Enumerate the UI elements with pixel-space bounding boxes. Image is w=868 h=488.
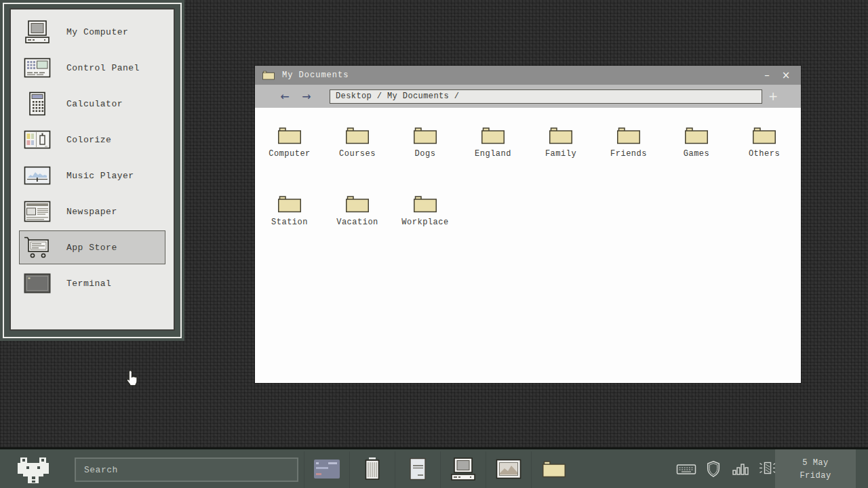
folder-courses[interactable]: Courses — [323, 125, 391, 159]
folder-games[interactable]: Games — [663, 125, 730, 159]
folder-label: Others — [749, 149, 780, 159]
menu-item-label: Control Panel — [66, 63, 140, 73]
menu-item-label: Newspaper — [66, 207, 117, 217]
window-titlebar[interactable]: My Documents – × — [255, 66, 801, 85]
dock-card-icon[interactable] — [304, 451, 349, 488]
folder-station[interactable]: Station — [256, 194, 323, 227]
start-menu: My ComputerControl PanelCalculatorColori… — [9, 8, 175, 331]
menu-item-my-computer[interactable]: My Computer — [19, 15, 165, 49]
picture-icon — [496, 459, 521, 483]
menu-item-label: Colorize — [66, 135, 111, 145]
keyboard-icon — [676, 462, 696, 479]
music-player-icon — [22, 166, 52, 185]
folder-family[interactable]: Family — [527, 125, 595, 159]
folder-label: Dogs — [415, 149, 436, 159]
folder-england[interactable]: England — [459, 125, 527, 159]
folder-icon — [277, 194, 302, 214]
folder-icon — [412, 194, 438, 214]
app-store-icon — [22, 235, 52, 260]
folder-vacation[interactable]: Vacation — [323, 194, 391, 227]
folder-icon — [344, 125, 370, 146]
folder-grid: ComputerCoursesDogsEnglandFamilyFriendsG… — [255, 125, 801, 227]
menu-item-music-player[interactable]: Music Player — [19, 159, 165, 192]
control-panel-icon — [22, 58, 52, 78]
hand-cursor — [125, 369, 140, 390]
menu-item-calculator[interactable]: Calculator — [19, 87, 165, 121]
menu-item-terminal[interactable]: Terminal — [19, 266, 165, 300]
signal-icon — [732, 462, 749, 480]
folder-others[interactable]: Others — [730, 125, 798, 159]
folder-icon — [277, 125, 302, 146]
card-icon — [313, 459, 340, 483]
tray-signal-icon[interactable] — [730, 462, 751, 480]
window-title: My Documents — [282, 70, 349, 80]
folder-label: Friends — [610, 149, 647, 159]
desktop: My ComputerControl PanelCalculatorColori… — [0, 0, 868, 488]
shield-icon — [706, 460, 721, 481]
menu-item-label: Music Player — [66, 171, 134, 181]
taskbar: 5 May Friday — [0, 447, 868, 488]
menu-item-label: Terminal — [66, 279, 111, 289]
terminal-icon — [22, 273, 52, 293]
date-weekday: Friday — [800, 470, 831, 483]
folder-icon — [412, 125, 438, 146]
folder-friends[interactable]: Friends — [595, 125, 663, 159]
newspaper-icon — [22, 201, 52, 222]
address-bar[interactable] — [330, 89, 762, 104]
folder-icon — [480, 125, 506, 146]
phone-icon — [757, 461, 778, 481]
back-button[interactable]: ← — [274, 90, 296, 103]
notebook-icon — [408, 457, 427, 485]
folder-icon — [548, 125, 574, 146]
my-documents-window: My Documents – × ← → + ComputerCoursesDo… — [255, 66, 801, 383]
trash-icon — [363, 457, 381, 485]
minimize-button[interactable]: – — [757, 66, 776, 85]
my-computer-icon — [22, 20, 52, 44]
folder-label: Games — [684, 149, 710, 159]
close-button[interactable]: × — [776, 66, 795, 85]
dock-picture-icon[interactable] — [486, 451, 531, 488]
folder-label: Computer — [269, 149, 311, 159]
status-tray — [675, 451, 778, 488]
start-menu-panel: My ComputerControl PanelCalculatorColori… — [0, 0, 184, 341]
folder-icon — [751, 125, 777, 146]
folder-dogs[interactable]: Dogs — [391, 125, 459, 159]
tray-shield-icon[interactable] — [703, 460, 724, 481]
dock-computer-icon[interactable] — [440, 451, 486, 488]
folder-workplace[interactable]: Workplace — [391, 194, 459, 227]
computer-icon — [450, 457, 477, 485]
date-panel[interactable]: 5 May Friday — [775, 449, 856, 488]
folder-label: Vacation — [336, 218, 378, 227]
taskbar-dock — [304, 451, 576, 488]
menu-item-label: My Computer — [66, 27, 128, 37]
menu-item-control-panel[interactable]: Control Panel — [19, 51, 165, 85]
calculator-icon — [22, 92, 52, 116]
folder-icon — [541, 459, 567, 483]
new-tab-button[interactable]: + — [768, 89, 778, 103]
menu-item-app-store[interactable]: App Store — [19, 230, 165, 264]
menu-item-label: App Store — [66, 243, 117, 253]
window-toolbar: ← → + — [255, 85, 801, 108]
folder-label: England — [475, 149, 511, 159]
search-input[interactable] — [75, 458, 298, 482]
dock-trash-icon[interactable] — [349, 451, 395, 488]
folder-icon — [616, 125, 642, 146]
folder-label: Station — [271, 218, 308, 227]
folder-icon — [344, 194, 370, 214]
folder-label: Family — [545, 149, 576, 159]
folder-computer[interactable]: Computer — [256, 125, 323, 159]
forward-button[interactable]: → — [296, 90, 317, 103]
menu-item-colorize[interactable]: Colorize — [19, 123, 165, 157]
folder-label: Workplace — [401, 218, 448, 227]
tray-keyboard-icon[interactable] — [675, 462, 696, 479]
folder-icon — [262, 70, 275, 81]
dock-folder-icon[interactable] — [531, 451, 576, 488]
menu-item-label: Calculator — [66, 99, 123, 109]
menu-item-newspaper[interactable]: Newspaper — [19, 195, 165, 228]
folder-icon — [684, 125, 709, 146]
dock-notebook-icon[interactable] — [395, 451, 440, 488]
date-day-month: 5 May — [802, 457, 829, 470]
dog-logo[interactable] — [18, 456, 49, 488]
colorize-icon — [22, 130, 52, 149]
window-body: ComputerCoursesDogsEnglandFamilyFriendsG… — [255, 108, 801, 227]
